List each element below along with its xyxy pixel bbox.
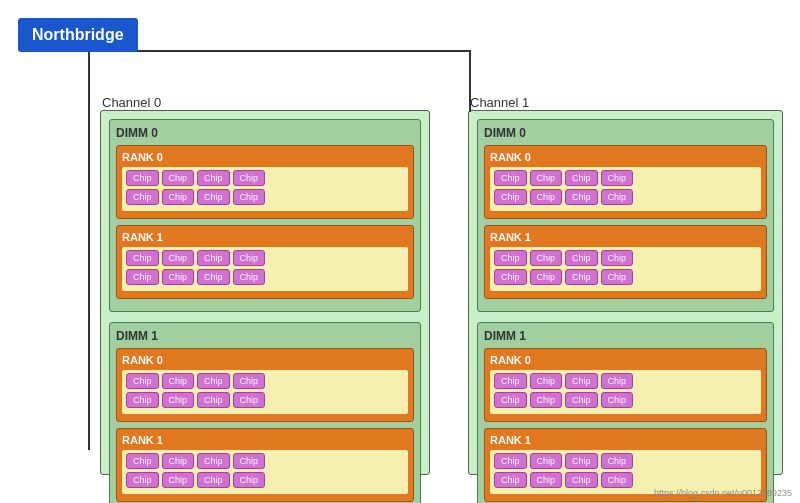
chip: Chip xyxy=(197,472,230,488)
channel-1-label: Channel 1 xyxy=(470,95,529,110)
channel-1-dimm-0-label: DIMM 0 xyxy=(484,126,767,140)
chip: Chip xyxy=(162,170,195,186)
channel-1-dimm-0-rank-1-label: RANK 1 xyxy=(490,231,761,243)
chip: Chip xyxy=(530,170,563,186)
chip: Chip xyxy=(197,453,230,469)
line-drop-ch0 xyxy=(88,50,90,112)
channel-1-dimm-1: DIMM 1 RANK 0 Chip Chip Chip Chip Chip C… xyxy=(477,322,774,503)
chip-row-0: Chip Chip Chip Chip xyxy=(126,250,404,266)
channel-0-dimm-0: DIMM 0 RANK 0 Chip Chip Chip Chip Chip C… xyxy=(109,119,421,312)
chip: Chip xyxy=(601,373,634,389)
chip: Chip xyxy=(197,269,230,285)
chip-row-0: Chip Chip Chip Chip xyxy=(494,453,757,469)
chip: Chip xyxy=(162,189,195,205)
channel-0-dimm-0-rank-1-label: RANK 1 xyxy=(122,231,408,243)
chip: Chip xyxy=(601,453,634,469)
chip: Chip xyxy=(126,373,159,389)
chip: Chip xyxy=(233,373,266,389)
chip: Chip xyxy=(530,189,563,205)
chip: Chip xyxy=(233,189,266,205)
chip: Chip xyxy=(162,453,195,469)
chip: Chip xyxy=(162,373,195,389)
chip-row-0: Chip Chip Chip Chip xyxy=(126,453,404,469)
channel-0-dimm-1-rank-1: RANK 1 Chip Chip Chip Chip Chip Chip Chi… xyxy=(116,428,414,502)
chip: Chip xyxy=(126,189,159,205)
channel-1-dimm-1-rank-0: RANK 0 Chip Chip Chip Chip Chip Chip Chi… xyxy=(484,348,767,422)
chip: Chip xyxy=(530,250,563,266)
chip: Chip xyxy=(126,250,159,266)
chip-row-0: Chip Chip Chip Chip xyxy=(494,373,757,389)
northbridge-label: Northbridge xyxy=(32,26,124,43)
channel-1-dimm-0-rank-0: RANK 0 Chip Chip Chip Chip Chip Chip Chi… xyxy=(484,145,767,219)
chip: Chip xyxy=(494,250,527,266)
chip-row-wrapper: Chip Chip Chip Chip Chip Chip Chip Chip xyxy=(490,247,761,291)
chip: Chip xyxy=(233,250,266,266)
chip-row-wrapper: Chip Chip Chip Chip Chip Chip Chip Chip xyxy=(122,370,408,414)
channel-0-dimm-1-label: DIMM 1 xyxy=(116,329,414,343)
chip: Chip xyxy=(565,453,598,469)
chip: Chip xyxy=(126,170,159,186)
channel-1-dimm-1-rank-0-label: RANK 0 xyxy=(490,354,761,366)
url-text: https://blog.csdn.net/u0012489235 xyxy=(654,488,792,498)
chip-row-0: Chip Chip Chip Chip xyxy=(126,170,404,186)
chip-row-wrapper: Chip Chip Chip Chip Chip Chip Chip Chip xyxy=(490,167,761,211)
chip: Chip xyxy=(162,269,195,285)
chip: Chip xyxy=(530,269,563,285)
chip-row-1: Chip Chip Chip Chip xyxy=(494,472,757,488)
chip: Chip xyxy=(162,472,195,488)
chip: Chip xyxy=(494,453,527,469)
chip-row-wrapper: Chip Chip Chip Chip Chip Chip Chip Chip xyxy=(122,450,408,494)
chip: Chip xyxy=(233,392,266,408)
chip: Chip xyxy=(197,189,230,205)
chip: Chip xyxy=(494,373,527,389)
chip: Chip xyxy=(565,250,598,266)
channel-0-dimm-1-rank-1-label: RANK 1 xyxy=(122,434,408,446)
chip: Chip xyxy=(601,189,634,205)
chip: Chip xyxy=(197,170,230,186)
channel-1-dimm-0-rank-0-label: RANK 0 xyxy=(490,151,761,163)
channel-1-dimm-0-rank-1: RANK 1 Chip Chip Chip Chip Chip Chip Chi… xyxy=(484,225,767,299)
chip: Chip xyxy=(162,250,195,266)
chip-row-1: Chip Chip Chip Chip xyxy=(494,269,757,285)
chip: Chip xyxy=(530,373,563,389)
chip-row-0: Chip Chip Chip Chip xyxy=(494,170,757,186)
channel-0-area: DIMM 0 RANK 0 Chip Chip Chip Chip Chip C… xyxy=(100,110,430,475)
chip: Chip xyxy=(233,170,266,186)
northbridge-box: Northbridge xyxy=(18,18,138,52)
chip: Chip xyxy=(197,250,230,266)
chip: Chip xyxy=(494,269,527,285)
channel-0-dimm-0-rank-0: RANK 0 Chip Chip Chip Chip Chip Chip Chi… xyxy=(116,145,414,219)
chip: Chip xyxy=(233,472,266,488)
chip: Chip xyxy=(494,392,527,408)
chip: Chip xyxy=(601,269,634,285)
chip: Chip xyxy=(601,392,634,408)
chip: Chip xyxy=(494,189,527,205)
chip-row-0: Chip Chip Chip Chip xyxy=(494,250,757,266)
line-horizontal-top xyxy=(88,50,470,52)
chip: Chip xyxy=(565,392,598,408)
chip: Chip xyxy=(233,453,266,469)
chip: Chip xyxy=(126,392,159,408)
channel-0-dimm-0-rank-0-label: RANK 0 xyxy=(122,151,408,163)
chip: Chip xyxy=(565,170,598,186)
channel-0-dimm-0-label: DIMM 0 xyxy=(116,126,414,140)
channel-0-dimm-1-rank-0: RANK 0 Chip Chip Chip Chip Chip Chip Chi… xyxy=(116,348,414,422)
chip: Chip xyxy=(601,250,634,266)
channel-0-dimm-1-rank-0-label: RANK 0 xyxy=(122,354,408,366)
channel-0-dimm-1: DIMM 1 RANK 0 Chip Chip Chip Chip Chip C… xyxy=(109,322,421,503)
chip: Chip xyxy=(197,373,230,389)
chip-row-wrapper: Chip Chip Chip Chip Chip Chip Chip Chip xyxy=(122,247,408,291)
chip-row-1: Chip Chip Chip Chip xyxy=(126,392,404,408)
channel-0-dimm-0-rank-1: RANK 1 Chip Chip Chip Chip Chip Chip Chi… xyxy=(116,225,414,299)
chip-row-1: Chip Chip Chip Chip xyxy=(126,269,404,285)
chip: Chip xyxy=(565,472,598,488)
chip: Chip xyxy=(126,472,159,488)
channel-0-label: Channel 0 xyxy=(102,95,161,110)
chip: Chip xyxy=(565,269,598,285)
chip: Chip xyxy=(126,453,159,469)
chip-row-1: Chip Chip Chip Chip xyxy=(494,189,757,205)
chip: Chip xyxy=(565,189,598,205)
chip: Chip xyxy=(601,170,634,186)
chip: Chip xyxy=(601,472,634,488)
channel-1-area: DIMM 0 RANK 0 Chip Chip Chip Chip Chip C… xyxy=(468,110,783,475)
